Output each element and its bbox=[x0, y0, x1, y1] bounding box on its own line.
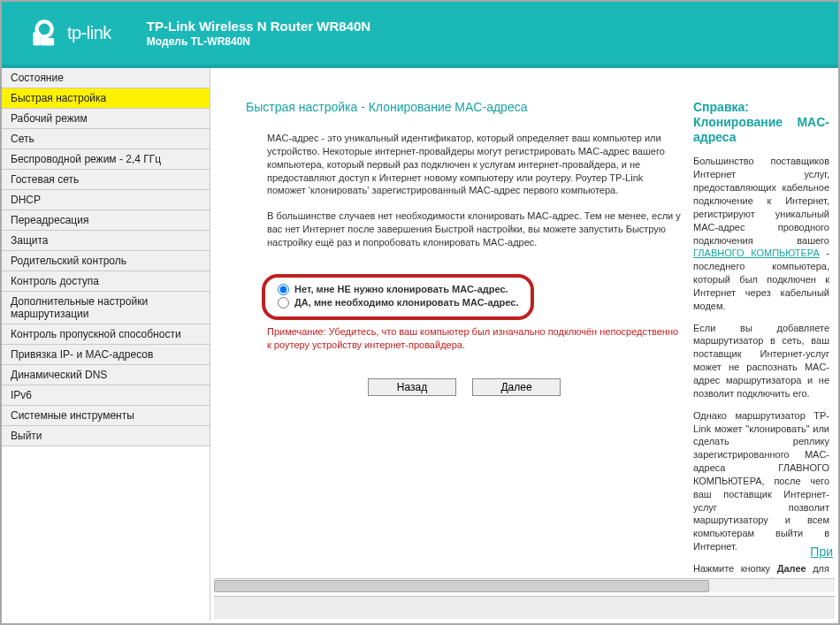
model-subtitle: Модель TL-WR840N bbox=[147, 35, 370, 50]
header-titles: TP-Link Wireless N Router WR840N Модель … bbox=[147, 18, 370, 49]
truncated-link[interactable]: При bbox=[810, 545, 833, 559]
back-button[interactable]: Назад bbox=[368, 378, 456, 396]
sidebar-item-12[interactable]: Контроль пропускной способности bbox=[2, 324, 210, 345]
sidebar-item-8[interactable]: Защита bbox=[2, 231, 210, 251]
svg-rect-2 bbox=[41, 38, 54, 46]
page-title: Быстрая настройка - Клонирование MAC-адр… bbox=[246, 100, 683, 114]
intro-paragraph-1: MAC-адрес - это уникальный идентификатор… bbox=[267, 132, 683, 197]
brand-logo: tp-link bbox=[30, 19, 111, 49]
sidebar-item-1[interactable]: Быстрая настройка bbox=[2, 88, 210, 109]
sidebar-item-15[interactable]: IPv6 bbox=[2, 385, 210, 406]
help-next-ref: Далее bbox=[777, 563, 806, 574]
app-header: tp-link TP-Link Wireless N Router WR840N… bbox=[2, 2, 838, 68]
sidebar-item-4[interactable]: Беспроводной режим - 2,4 ГГц bbox=[2, 149, 210, 170]
product-title: TP-Link Wireless N Router WR840N bbox=[147, 18, 370, 35]
sidebar-item-16[interactable]: Системные инструменты bbox=[2, 406, 210, 426]
help-panel: Справка: Клонирование MAC-адреса Большин… bbox=[693, 100, 829, 578]
radio-yes-clone-input[interactable] bbox=[278, 297, 289, 309]
clone-note: Примечание: Убедитесь, что ваш компьютер… bbox=[267, 325, 683, 352]
wizard-buttons: Назад Далее bbox=[246, 378, 683, 396]
sidebar-item-7[interactable]: Переадресация bbox=[2, 210, 210, 231]
sidebar-item-2[interactable]: Рабочий режим bbox=[2, 109, 210, 129]
sidebar-item-6[interactable]: DHCP bbox=[2, 190, 210, 210]
scrollbar-thumb[interactable] bbox=[214, 580, 709, 592]
tplink-logo-icon bbox=[30, 19, 60, 49]
radio-no-clone-input[interactable] bbox=[278, 284, 289, 295]
note-label: Примечание: bbox=[267, 326, 326, 337]
sidebar-item-3[interactable]: Сеть bbox=[2, 129, 210, 149]
radio-no-clone-label: Нет, мне НЕ нужно клонировать MAC-адрес. bbox=[294, 284, 508, 294]
help-title: Справка: Клонирование MAC-адреса bbox=[693, 100, 829, 144]
help-paragraph-4: Нажмите кнопку Далее для продолжения либ… bbox=[693, 562, 829, 578]
content-column: Быстрая настройка - Клонирование MAC-адр… bbox=[246, 100, 683, 578]
help-paragraph-3: Однако маршрутизатор TP-Link может "клон… bbox=[693, 409, 829, 553]
main-panel: Быстрая настройка - Клонирование MAC-адр… bbox=[210, 68, 838, 621]
sidebar-item-5[interactable]: Гостевая сеть bbox=[2, 170, 210, 190]
sidebar-nav: СостояниеБыстрая настройкаРабочий режимС… bbox=[2, 68, 210, 621]
sidebar-item-17[interactable]: Выйти bbox=[2, 426, 210, 446]
next-button[interactable]: Далее bbox=[472, 378, 561, 396]
sidebar-item-10[interactable]: Контроль доступа bbox=[2, 271, 210, 292]
sidebar-item-0[interactable]: Состояние bbox=[2, 68, 210, 88]
radio-yes-clone[interactable]: ДА, мне необходимо клонировать MAC-адрес… bbox=[278, 296, 518, 309]
sidebar-item-9[interactable]: Родительский контроль bbox=[2, 251, 210, 271]
sidebar-item-13[interactable]: Привязка IP- и MAC-адресов bbox=[2, 345, 210, 365]
svg-rect-1 bbox=[33, 32, 41, 45]
help-link-main-computer[interactable]: ГЛАВНОГО КОМПЬЮТЕРА bbox=[693, 248, 820, 258]
mac-clone-radio-group: Нет, мне НЕ нужно клонировать MAC-адрес.… bbox=[262, 274, 534, 320]
help-paragraph-1: Большинство поставщиков Интернет услуг, … bbox=[693, 155, 829, 312]
brand-text: tp-link bbox=[67, 23, 111, 43]
sidebar-item-14[interactable]: Динамический DNS bbox=[2, 365, 210, 385]
radio-yes-clone-label: ДА, мне необходимо клонировать MAC-адрес… bbox=[294, 297, 518, 308]
note-text: Убедитесь, что ваш компьютер был изначал… bbox=[267, 326, 678, 350]
footer-strip bbox=[214, 596, 835, 619]
sidebar-item-11[interactable]: Дополнительные настройки маршрутизации bbox=[2, 292, 210, 324]
intro-paragraph-2: В большинстве случаев нет необходимости … bbox=[267, 210, 683, 249]
horizontal-scrollbar[interactable] bbox=[214, 578, 835, 592]
radio-no-clone[interactable]: Нет, мне НЕ нужно клонировать MAC-адрес. bbox=[278, 283, 518, 296]
help-paragraph-2: Если вы добавляете маршрутизатор в сеть,… bbox=[693, 322, 829, 400]
